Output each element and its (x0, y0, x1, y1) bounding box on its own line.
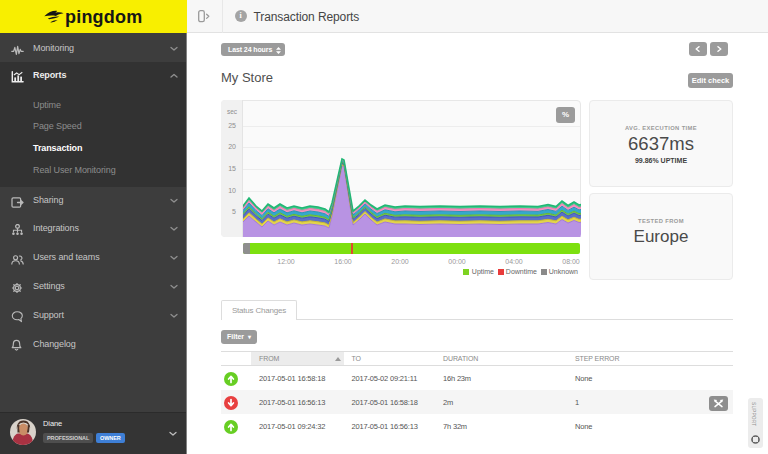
svg-text:pingdom: pingdom (65, 7, 142, 27)
